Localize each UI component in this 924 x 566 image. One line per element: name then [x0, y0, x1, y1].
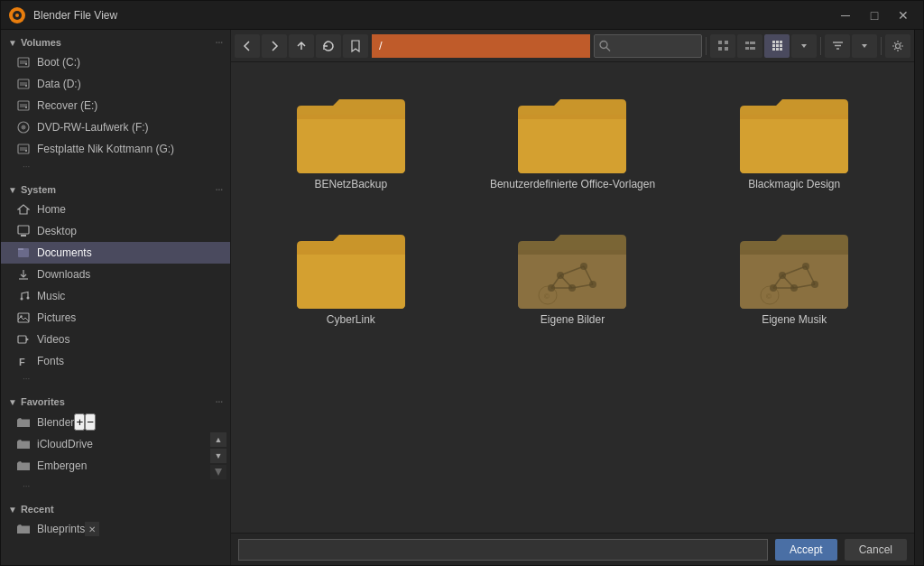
file-item-office-vorlagen[interactable]: Benutzerdefinierte Office-Vorlagen — [471, 80, 675, 198]
blender-logo — [8, 6, 26, 24]
minimize-button[interactable]: ─ — [833, 6, 858, 24]
file-item-blackmagic[interactable]: Blackmagic Design — [692, 80, 896, 198]
file-item-cyberlink[interactable]: CyberLink — [249, 216, 453, 333]
refresh-button[interactable] — [316, 34, 341, 58]
sidebar-item-blender[interactable]: Blender + − — [1, 411, 210, 433]
sidebar-item-data-d[interactable]: Data (D:) — [1, 73, 230, 95]
window-title: Blender File View — [33, 9, 833, 22]
svg-point-5 — [25, 63, 27, 65]
svg-marker-31 — [215, 469, 222, 476]
sidebar-item-music[interactable]: Music — [1, 285, 230, 307]
filename-input[interactable] — [238, 539, 768, 561]
folder-icon-blackmagic — [735, 88, 853, 178]
toolbar — [231, 30, 914, 62]
svg-point-25 — [27, 297, 30, 300]
filter-dropdown-button[interactable] — [852, 34, 877, 58]
favorites-scroll-down[interactable]: ▼ — [210, 449, 226, 463]
embergen-folder-icon — [15, 458, 32, 474]
favorites-label: Favorites — [21, 396, 65, 407]
svg-marker-18 — [18, 205, 29, 214]
recent-header[interactable]: ▼ Recent — [1, 500, 230, 518]
volumes-label: Volumes — [21, 37, 61, 48]
sidebar-item-downloads[interactable]: Downloads — [1, 264, 230, 285]
forward-button[interactable] — [262, 34, 287, 58]
sidebar-item-dvd-f[interactable]: DVD-RW-Laufwerk (F:) — [1, 116, 230, 138]
videos-label: Videos — [37, 333, 223, 346]
svg-rect-22 — [18, 248, 23, 250]
file-item-eigene-musik[interactable]: © Eigene Musik — [692, 216, 896, 333]
main-content: ▼ Volumes ··· Boot (C:) Data (D:) — [1, 30, 923, 565]
svg-rect-45 — [772, 44, 775, 47]
favorites-scroll-up[interactable]: ▲ — [210, 432, 226, 447]
cancel-button[interactable]: Cancel — [845, 539, 907, 561]
volumes-header[interactable]: ▼ Volumes ··· — [1, 33, 230, 51]
bookmark-button[interactable] — [343, 34, 368, 58]
folder-icon-eigene-bilder: © — [513, 223, 631, 313]
pictures-icon — [15, 310, 32, 326]
dvd-icon — [15, 119, 32, 135]
file-item-benetzbackup[interactable]: BENetzBackup — [249, 80, 453, 198]
view-grid-button[interactable] — [764, 34, 790, 58]
cyberlink-label: CyberLink — [327, 313, 375, 326]
back-button[interactable] — [235, 34, 260, 58]
svg-marker-29 — [26, 338, 29, 341]
fonts-label: Fonts — [37, 355, 223, 367]
fonts-icon: F — [15, 353, 32, 369]
benetzbackup-label: BENetzBackup — [314, 178, 387, 190]
sidebar-item-pictures[interactable]: Pictures — [1, 307, 230, 329]
view-thumbnails-button[interactable] — [710, 34, 735, 58]
up-button[interactable] — [289, 34, 314, 58]
recent-label: Recent — [21, 504, 54, 515]
window-controls: ─ □ ✕ — [833, 6, 916, 24]
filter-button[interactable] — [825, 34, 850, 58]
sidebar-item-icloud[interactable]: iCloudDrive — [1, 433, 210, 455]
sidebar-item-videos[interactable]: Videos — [1, 329, 230, 350]
sidebar-item-boot-c[interactable]: Boot (C:) — [1, 51, 230, 73]
blueprints-label: Blueprints — [37, 523, 85, 535]
svg-rect-38 — [745, 42, 749, 44]
sidebar-item-desktop[interactable]: Desktop — [1, 220, 230, 242]
blender-fav-add[interactable]: + — [74, 413, 85, 431]
folder-icon-office — [513, 88, 631, 178]
favorites-header-row[interactable]: ▼ Favorites ··· — [1, 393, 230, 411]
recover-e-label: Recover (E:) — [37, 99, 223, 112]
favorites-section: ▼ Favorites ··· Blender + − — [1, 389, 230, 496]
volumes-triangle: ▼ — [8, 38, 17, 48]
view-dropdown-button[interactable] — [791, 34, 817, 58]
settings-button[interactable] — [885, 34, 910, 58]
svg-rect-47 — [780, 44, 782, 47]
toolbar-sep1 — [706, 37, 707, 55]
path-input[interactable] — [372, 34, 590, 58]
view-list-button[interactable] — [737, 34, 762, 58]
blackmagic-label: Blackmagic Design — [748, 178, 840, 190]
toolbar-sep2 — [820, 37, 821, 55]
festplatte-g-label: Festplatte Nik Kottmann (G:) — [37, 143, 223, 155]
blueprints-remove[interactable]: ✕ — [85, 522, 99, 536]
maximize-button[interactable]: □ — [862, 6, 887, 24]
right-scrollbar[interactable] — [914, 30, 923, 565]
sidebar-item-home[interactable]: Home — [1, 199, 230, 220]
close-button[interactable]: ✕ — [891, 6, 916, 24]
toolbar-sep3 — [881, 37, 882, 55]
svg-rect-35 — [725, 41, 728, 44]
drive-icon — [15, 54, 32, 70]
blender-fav-remove[interactable]: − — [85, 413, 96, 431]
svg-rect-40 — [750, 42, 755, 44]
svg-marker-52 — [862, 44, 867, 48]
svg-rect-41 — [750, 47, 755, 50]
sidebar-item-recover-e[interactable]: Recover (E:) — [1, 95, 230, 116]
svg-point-53 — [896, 43, 901, 48]
svg-text:©: © — [544, 292, 550, 301]
documents-icon — [15, 245, 32, 261]
blender-fav-label: Blender — [37, 416, 74, 429]
sidebar-item-festplatte-g[interactable]: Festplatte Nik Kottmann (G:) — [1, 138, 230, 160]
sidebar-item-blueprints[interactable]: Blueprints ✕ — [1, 518, 230, 540]
system-section: ▼ System ··· Home Desktop — [1, 177, 230, 389]
system-header[interactable]: ▼ System ··· — [1, 181, 230, 199]
accept-button[interactable]: Accept — [775, 539, 837, 561]
sidebar-item-embergen[interactable]: Embergen — [1, 455, 210, 477]
sidebar-item-fonts[interactable]: F Fonts — [1, 350, 230, 372]
sidebar-item-documents[interactable]: Documents — [1, 242, 230, 264]
file-item-eigene-bilder[interactable]: © Eigene Bilder — [471, 216, 675, 333]
downloads-label: Downloads — [37, 268, 223, 281]
